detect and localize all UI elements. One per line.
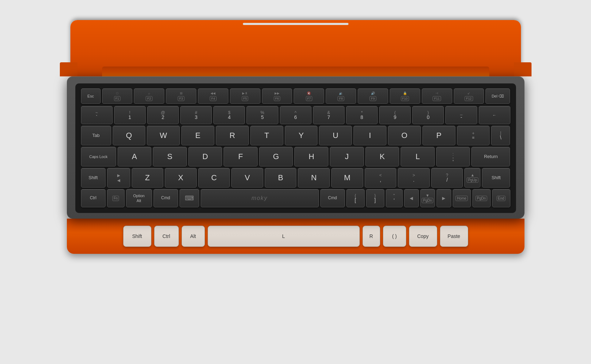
bottom-bar-l[interactable]: L (208, 226, 360, 247)
key-tilde[interactable]: ~ ` (81, 106, 113, 124)
keyboard-body: Esc □ F1 ⌕ F2 ⊞ F3 ◀◀ F4 (67, 76, 524, 219)
key-0[interactable]: ) 0 (412, 106, 444, 124)
key-f6[interactable]: ▶▶ F6 (262, 88, 293, 104)
key-f7[interactable]: 🔇 F7 (294, 88, 324, 104)
key-f3[interactable]: ⊞ F3 (166, 88, 196, 104)
key-colon[interactable]: : ; (436, 147, 470, 167)
lid-hinge-left (60, 62, 77, 76)
trackpad-bar (243, 23, 348, 25)
key-lt-comma[interactable]: < , (365, 168, 397, 188)
lid-groove (102, 67, 489, 76)
key-cmd-left[interactable]: Cmd (153, 189, 178, 207)
key-7[interactable]: & 7 (313, 106, 345, 124)
keyboard-inner: Esc □ F1 ⌕ F2 ⊞ F3 ◀◀ F4 (75, 83, 516, 213)
key-t[interactable]: T (250, 126, 283, 145)
key-pipe[interactable]: | \ (491, 126, 510, 145)
key-g[interactable]: G (259, 147, 293, 167)
bottom-bar-paste[interactable]: Paste (440, 226, 468, 247)
device-wrapper: Esc □ F1 ⌕ F2 ⊞ F3 ◀◀ F4 (49, 20, 542, 344)
key-f10[interactable]: 🔒 F10 (390, 88, 420, 104)
key-space[interactable]: moky (201, 189, 319, 207)
key-tab[interactable]: Tab (81, 126, 111, 145)
key-shift-right[interactable]: Shift (482, 168, 510, 188)
key-pgdn-standalone[interactable]: PgDn (472, 189, 491, 207)
key-f12[interactable]: ↙ F12 (454, 88, 484, 104)
key-r[interactable]: R (216, 126, 249, 145)
bottom-bar-shift[interactable]: Shift (123, 226, 151, 247)
key-y[interactable]: Y (285, 126, 318, 145)
key-w[interactable]: W (147, 126, 180, 145)
key-keyboard[interactable]: ⌨ (180, 189, 199, 207)
key-m[interactable]: M (331, 168, 363, 188)
key-down-arrow[interactable]: ▼ PgDn (420, 189, 435, 207)
key-9[interactable]: ( 9 (379, 106, 411, 124)
key-esc[interactable]: Esc (81, 88, 101, 104)
key-o[interactable]: O (388, 126, 421, 145)
key-h[interactable]: H (294, 147, 328, 167)
key-p[interactable]: P (422, 126, 455, 145)
key-d[interactable]: D (188, 147, 222, 167)
key-2[interactable]: @ 2 (147, 106, 179, 124)
key-1[interactable]: ! 1 (114, 106, 146, 124)
key-u[interactable]: U (319, 126, 352, 145)
key-e[interactable]: E (181, 126, 214, 145)
key-8[interactable]: * 8 (346, 106, 378, 124)
key-k[interactable]: K (365, 147, 400, 167)
key-caps-lock[interactable]: Caps Lock (81, 147, 116, 167)
key-4[interactable]: $ 4 (213, 106, 245, 124)
bottom-bar-ctrl[interactable]: Ctrl (154, 226, 179, 247)
key-n[interactable]: N (298, 168, 330, 188)
key-up-arrow[interactable]: ▲ PgUp (464, 168, 480, 188)
key-v[interactable]: V (231, 168, 263, 188)
key-5[interactable]: % 5 (246, 106, 278, 124)
key-right-arrow[interactable]: ▶ (436, 189, 451, 207)
key-gt-period[interactable]: > . (398, 168, 430, 188)
key-s[interactable]: S (153, 147, 187, 167)
bottom-row: Ctrl Fn OptionAlt Cmd ⌨ moky Cmd (81, 189, 510, 207)
key-del[interactable]: Del ⌫ (485, 88, 510, 104)
key-f8[interactable]: 🔉 F8 (326, 88, 356, 104)
key-f2[interactable]: ⌕ F2 (134, 88, 164, 104)
key-question-slash[interactable]: ? / (431, 168, 463, 188)
key-fn[interactable]: Fn (107, 189, 125, 207)
key-f9[interactable]: 🔊 F9 (358, 88, 388, 104)
key-a[interactable]: A (118, 147, 152, 167)
key-arrow-cluster[interactable]: ▶ ◀ (107, 168, 130, 188)
key-home[interactable]: Home (453, 189, 471, 207)
key-3[interactable]: # 3 (180, 106, 212, 124)
key-plus-eq[interactable]: + = (457, 126, 490, 145)
key-f11[interactable]: ⊣ F11 (422, 88, 452, 104)
key-shift-left[interactable]: Shift (81, 168, 106, 188)
fn-row: Esc □ F1 ⌕ F2 ⊞ F3 ◀◀ F4 (81, 88, 510, 104)
bottom-bar-copy[interactable]: Copy (409, 226, 437, 247)
key-f5[interactable]: ▶⏸ F5 (230, 88, 260, 104)
bottom-bar-alt[interactable]: Alt (182, 226, 205, 247)
orange-bottom-bar: Shift Ctrl Alt L R ( ) Copy Paste (67, 219, 524, 254)
key-6[interactable]: ^ 6 (280, 106, 312, 124)
key-brace-open[interactable]: { [ (346, 189, 365, 207)
key-x[interactable]: X (165, 168, 197, 188)
key-b[interactable]: B (265, 168, 297, 188)
key-f1[interactable]: □ F1 (102, 88, 133, 104)
key-return[interactable]: Return (471, 147, 510, 167)
key-end[interactable]: End (492, 189, 510, 207)
key-l[interactable]: L (401, 147, 435, 167)
key-minus[interactable]: _ - (445, 106, 477, 124)
key-cmd-right[interactable]: Cmd (320, 189, 345, 207)
key-z[interactable]: Z (132, 168, 164, 188)
key-q[interactable]: Q (113, 126, 146, 145)
key-i[interactable]: I (353, 126, 386, 145)
bottom-bar-r[interactable]: R (363, 226, 380, 247)
key-j[interactable]: J (330, 147, 364, 167)
key-f[interactable]: F (224, 147, 258, 167)
key-backspace[interactable]: ← (479, 106, 510, 124)
key-c[interactable]: C (198, 168, 230, 188)
key-f4[interactable]: ◀◀ F4 (198, 88, 228, 104)
key-brace-close[interactable]: } ] (366, 189, 384, 207)
top-lid (70, 20, 521, 76)
key-ctrl[interactable]: Ctrl (81, 189, 106, 207)
bottom-bar-paren[interactable]: ( ) (383, 226, 406, 247)
key-quote[interactable]: " ' (386, 189, 403, 207)
key-left-arrow[interactable]: ◀ (404, 189, 419, 207)
key-option-alt[interactable]: OptionAlt (126, 189, 152, 207)
